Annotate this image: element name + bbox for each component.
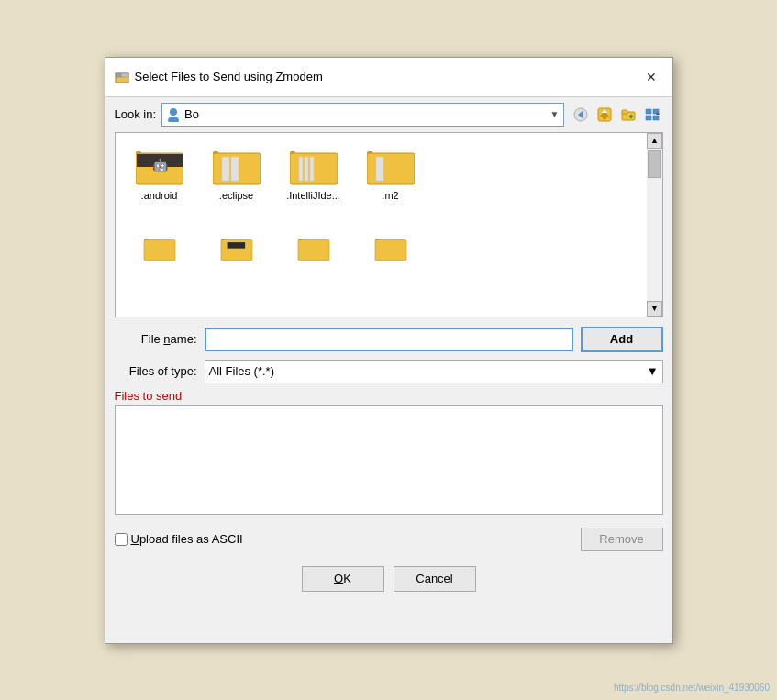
filetype-arrow-icon: ▼ [647,364,659,378]
remove-button[interactable]: Remove [581,528,663,551]
svg-rect-27 [231,157,239,181]
folder-row2-3-icon [290,234,338,261]
cancel-button[interactable]: Cancel [394,566,476,592]
file-browser-scrollbar: ▲ ▼ [647,133,662,317]
svg-rect-31 [305,157,308,181]
folder-intellij[interactable]: .IntelliJIde... [277,140,350,205]
file-browser-container: 🤖 .android .eclipse [115,132,663,317]
folder-m2[interactable]: .m2 [354,140,427,205]
svg-point-4 [168,117,179,122]
filename-label: File name: [115,332,197,346]
close-button[interactable]: ✕ [639,65,663,89]
folder-row2-4-icon [367,234,415,261]
folder-row2-1[interactable] [123,230,196,265]
folder-row2-1-icon [136,234,183,261]
upload-ascii-text: Upload files as ASCII [131,532,243,546]
form-area: File name: Add Files of type: All Files … [105,317,672,389]
svg-point-3 [170,108,177,116]
svg-rect-32 [310,157,314,181]
toolbar-row: Look in: Bo ▼ [105,97,672,132]
svg-rect-26 [222,157,229,181]
files-to-send-section: Files to send [115,389,663,515]
svg-text:🤖: 🤖 [151,158,168,173]
folder-intellij-icon [290,144,338,186]
view-button[interactable] [641,104,663,126]
svg-rect-35 [376,157,383,181]
dialog-icon [115,70,129,84]
dialog-footer: OK Cancel [105,561,672,605]
bottom-row: Upload files as ASCII Remove [105,522,672,561]
scroll-track [647,149,662,301]
lookin-value: Bo [184,107,199,121]
back-button[interactable] [570,104,592,126]
folder-row2-2[interactable] [200,230,273,265]
file-browser: 🤖 .android .eclipse [116,133,647,317]
scroll-thumb[interactable] [648,150,661,178]
folder-intellij-label: .IntelliJIde... [286,190,340,201]
remove-button-label: Remove [599,532,643,546]
filename-row: File name: Add [115,327,663,352]
folder-eclipse[interactable]: .eclipse [200,140,273,205]
folder-eclipse-label: .eclipse [219,190,253,201]
toolbar-buttons [570,104,663,126]
title-bar-left: Select Files to Send using Zmodem [115,70,323,84]
svg-rect-17 [646,116,651,120]
ok-button[interactable]: OK [302,566,384,592]
new-folder-button[interactable] [617,104,639,126]
svg-rect-37 [144,239,175,260]
filetype-row: Files of type: All Files (*.*) ▼ [115,360,663,383]
folder-row2-2-icon [213,234,261,261]
user-icon [166,107,181,122]
folder-eclipse-icon [213,144,261,186]
folder-android-label: .android [141,190,178,201]
filetype-value: All Files (*.*) [209,364,275,378]
scroll-up-arrow[interactable]: ▲ [647,133,662,149]
up-button[interactable] [594,104,616,126]
folder-android[interactable]: 🤖 .android [123,140,196,205]
folder-row2-4[interactable] [354,230,427,265]
folder-android-icon: 🤖 [136,144,183,186]
lookin-combo-inner: Bo [166,107,550,122]
svg-rect-42 [298,239,329,260]
svg-rect-40 [227,242,245,249]
back-icon [573,107,588,122]
filename-input[interactable] [205,328,573,351]
upload-ascii-label[interactable]: Upload files as ASCII [115,532,573,546]
filetype-dropdown[interactable]: All Files (*.*) ▼ [205,360,663,383]
svg-rect-2 [121,73,128,77]
svg-rect-34 [367,153,415,184]
up-icon [597,107,612,122]
filetype-label: Files of type: [115,364,197,378]
view-icon [645,107,660,122]
scroll-down-arrow[interactable]: ▼ [647,301,662,317]
upload-ascii-checkbox[interactable] [115,533,128,546]
folder-m2-label: .m2 [382,190,398,201]
folder-m2-icon [367,144,415,186]
files-to-send-box [115,405,663,515]
cancel-button-label: Cancel [416,572,452,585]
svg-rect-44 [375,239,406,260]
svg-rect-15 [646,109,651,114]
new-folder-icon [621,107,636,122]
svg-rect-1 [116,73,121,77]
svg-rect-12 [622,110,627,114]
ok-button-label: O [334,572,343,585]
svg-rect-30 [299,157,303,181]
watermark: https://blog.csdn.net/weixin_41930060 [614,683,770,693]
add-button[interactable]: Add [581,327,663,352]
lookin-dropdown[interactable]: Bo ▼ [161,103,563,127]
lookin-arrow-icon: ▼ [550,109,560,119]
svg-rect-9 [603,117,606,119]
title-bar: Select Files to Send using Zmodem ✕ [105,58,672,97]
add-button-label: Add [610,332,633,346]
main-dialog: Select Files to Send using Zmodem ✕ Look… [105,57,673,644]
dialog-title: Select Files to Send using Zmodem [135,70,323,83]
ok-button-label-rest: K [343,572,351,585]
lookin-label: Look in: [115,107,157,121]
folder-row2-3[interactable] [277,230,350,265]
svg-rect-18 [653,116,659,120]
files-to-send-label: Files to send [115,389,663,403]
